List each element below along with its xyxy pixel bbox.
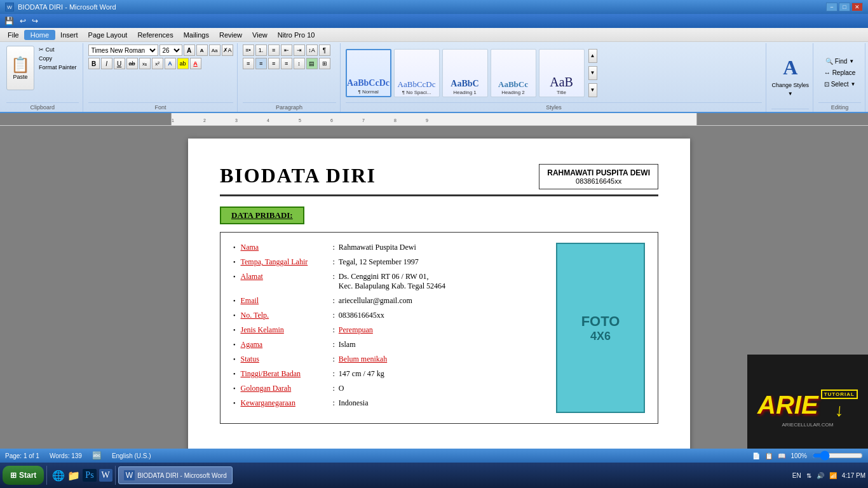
view-read-icon[interactable]: 📖 bbox=[778, 452, 785, 459]
value-telp: 0838616645xx bbox=[339, 311, 384, 320]
paragraph-group: ≡• 1. ≡ ⇤ ⇥ ↕A ¶ ≡ ≡ ≡ ≡ ↕ ▤ ⊞ Paragraph bbox=[239, 43, 341, 112]
decrease-indent-button[interactable]: ⇤ bbox=[281, 44, 292, 56]
align-right-button[interactable]: ≡ bbox=[268, 58, 280, 69]
sort-button[interactable]: ↕A bbox=[306, 44, 318, 56]
zoom-slider[interactable] bbox=[812, 452, 863, 459]
change-styles-dropdown[interactable]: ▼ bbox=[788, 91, 793, 97]
grow-font-button[interactable]: A bbox=[184, 44, 195, 56]
underline-button[interactable]: U bbox=[114, 58, 125, 69]
word-icon: W bbox=[5, 3, 14, 11]
italic-button[interactable]: I bbox=[101, 58, 112, 69]
text-highlight-button[interactable]: ab bbox=[177, 58, 189, 69]
editing-label: Editing bbox=[818, 102, 861, 111]
save-quick-btn[interactable]: 💾 bbox=[3, 17, 16, 26]
value-email: ariecellular@gmail.com bbox=[339, 296, 412, 306]
justify-button[interactable]: ≡ bbox=[281, 58, 292, 69]
align-left-button[interactable]: ≡ bbox=[243, 58, 254, 69]
menu-view[interactable]: View bbox=[247, 30, 273, 40]
field-tbb: • Tinggi/Berat Badan : 147 cm / 47 kg bbox=[233, 369, 543, 379]
colon-agama: : bbox=[333, 340, 335, 349]
select-dropdown[interactable]: ▼ bbox=[850, 81, 855, 87]
shrink-font-button[interactable]: A bbox=[196, 44, 208, 56]
field-nama: • Nama : Rahmawati Puspita Dewi bbox=[233, 243, 543, 252]
redo-quick-btn[interactable]: ↪ bbox=[30, 17, 40, 26]
menu-review[interactable]: Review bbox=[214, 30, 247, 40]
taskbar-word-icon[interactable]: W bbox=[99, 469, 112, 482]
foto-box: FOTO 4X6 bbox=[556, 243, 645, 413]
style-normal[interactable]: AaBbCcDc ¶ Normal bbox=[346, 49, 391, 97]
find-button[interactable]: 🔍 Find ▼ bbox=[823, 57, 857, 66]
show-marks-button[interactable]: ¶ bbox=[319, 44, 330, 56]
view-normal-icon[interactable]: 📄 bbox=[752, 452, 760, 459]
strikethrough-button[interactable]: ab bbox=[126, 58, 138, 69]
menu-insert[interactable]: Insert bbox=[55, 30, 83, 40]
menu-home[interactable]: Home bbox=[24, 30, 55, 40]
maximize-button[interactable]: □ bbox=[839, 3, 850, 11]
svg-text:7: 7 bbox=[362, 118, 365, 123]
styles-label: Styles bbox=[346, 102, 763, 111]
change-case-button[interactable]: Aa bbox=[209, 44, 220, 56]
colon-kwn: : bbox=[333, 398, 335, 408]
copy-button[interactable]: Copy bbox=[37, 55, 79, 62]
styles-scroll-down[interactable]: ▼ bbox=[588, 66, 597, 80]
superscript-button[interactable]: x² bbox=[152, 58, 163, 69]
document-page[interactable]: BIODATA DIRI RAHMAWATI PUSPITA DEWI 0838… bbox=[188, 139, 690, 477]
style-title[interactable]: AaB Title bbox=[539, 49, 585, 97]
network-icon[interactable]: 📶 bbox=[829, 472, 837, 479]
style-title-preview: AaB bbox=[550, 76, 573, 88]
taskbar-word-app[interactable]: W BIODATA DIRI - Microsoft Word bbox=[118, 466, 233, 484]
text-effect-button[interactable]: A bbox=[165, 58, 176, 69]
view-layout-icon[interactable]: 📋 bbox=[765, 452, 773, 459]
menu-references[interactable]: References bbox=[132, 30, 178, 40]
styles-scroll-up[interactable]: ▲ bbox=[588, 49, 597, 63]
taskbar-divider2 bbox=[115, 466, 116, 485]
volume-icon[interactable]: 🔊 bbox=[817, 472, 824, 479]
taskbar-right: EN ⇅ 🔊 📶 4:17 PM bbox=[792, 472, 865, 479]
replace-button[interactable]: ↔ Replace bbox=[822, 68, 858, 78]
select-button[interactable]: ⊡ Select ▼ bbox=[822, 79, 858, 89]
paste-button[interactable]: 📋 Paste bbox=[6, 46, 34, 90]
increase-indent-button[interactable]: ⇥ bbox=[294, 44, 305, 56]
styles-more[interactable]: ▼ bbox=[588, 83, 597, 97]
menu-page-layout[interactable]: Page Layout bbox=[83, 30, 133, 40]
borders-button[interactable]: ⊞ bbox=[319, 58, 330, 69]
format-painter-button[interactable]: Format Painter bbox=[37, 64, 79, 71]
menu-nitro[interactable]: Nitro Pro 10 bbox=[273, 30, 320, 40]
bullets-button[interactable]: ≡• bbox=[243, 44, 254, 56]
find-dropdown[interactable]: ▼ bbox=[849, 58, 854, 64]
start-button[interactable]: ⊞ Start bbox=[3, 466, 44, 485]
taskbar-photoshop-icon[interactable]: Ps bbox=[83, 469, 96, 482]
cut-button[interactable]: ✂ Cut bbox=[37, 46, 79, 53]
shading-button[interactable]: ▤ bbox=[306, 58, 318, 69]
taskbar-folder-icon[interactable]: 📁 bbox=[67, 470, 80, 482]
font-color-button[interactable]: A bbox=[190, 58, 201, 69]
font-name-select[interactable]: Times New Roman bbox=[88, 44, 158, 56]
style-h2-label: Heading 2 bbox=[501, 90, 524, 95]
label-gd: Golongan Darah bbox=[241, 384, 333, 393]
taskbar-ie-icon[interactable]: 🌐 bbox=[52, 470, 65, 482]
document-area[interactable]: BIODATA DIRI RAHMAWATI PUSPITA DEWI 0838… bbox=[10, 126, 868, 477]
clear-format-button[interactable]: ✗A bbox=[222, 44, 233, 56]
numbering-button[interactable]: 1. bbox=[255, 44, 267, 56]
line-spacing-button[interactable]: ↕ bbox=[294, 58, 305, 69]
bullet-email: • bbox=[233, 297, 236, 304]
change-styles-icon[interactable]: A bbox=[783, 56, 797, 79]
value-gd: O bbox=[339, 384, 344, 393]
menu-file[interactable]: File bbox=[3, 30, 24, 40]
style-heading1[interactable]: AaBbC Heading 1 bbox=[442, 49, 488, 97]
font-size-select[interactable]: 26 bbox=[159, 44, 182, 56]
subscript-button[interactable]: x₂ bbox=[139, 58, 151, 69]
close-button[interactable]: ✕ bbox=[851, 3, 863, 11]
style-heading2[interactable]: AaBbCc Heading 2 bbox=[491, 49, 536, 97]
label-tbb: Tinggi/Berat Badan bbox=[241, 369, 333, 379]
person-phone: 0838616645xx bbox=[547, 177, 650, 185]
align-center-button[interactable]: ≡ bbox=[255, 58, 267, 69]
undo-quick-btn[interactable]: ↩ bbox=[18, 17, 28, 26]
multilevel-list-button[interactable]: ≡ bbox=[268, 44, 280, 56]
minimize-button[interactable]: − bbox=[826, 3, 837, 11]
svg-text:9: 9 bbox=[426, 118, 428, 123]
style-no-spacing[interactable]: AaBbCcDc ¶ No Spaci... bbox=[394, 49, 440, 97]
bold-button[interactable]: B bbox=[88, 58, 100, 69]
change-styles-button[interactable]: Change Styles bbox=[771, 82, 809, 88]
menu-mailings[interactable]: Mailings bbox=[179, 30, 214, 40]
